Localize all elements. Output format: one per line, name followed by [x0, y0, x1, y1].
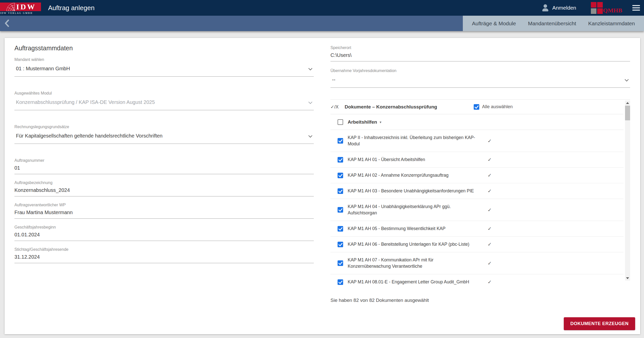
- check-x-legend: ✓/X: [330, 104, 339, 110]
- nav-tabs: Aufträge & Module Mandantenübersicht Kan…: [463, 16, 644, 31]
- document-checkbox[interactable]: [338, 279, 343, 285]
- document-row: KAP M1 AH 04 - Unabhängigkeitserklärung …: [330, 199, 624, 221]
- mandant-value: 01 : Mustermann GmbH: [14, 62, 314, 76]
- document-row: KAP M1 AH 02 - Annahme Konzernprüfungsau…: [330, 168, 624, 183]
- check-status-icon: ✓: [488, 241, 492, 247]
- geschaeftsjahresbeginn-field[interactable]: Geschäftsjahresbeginn 01.01.2024: [14, 225, 314, 241]
- section-heading: Auftragsstammdaten: [14, 44, 314, 52]
- vorjahresdokumentation-value: --: [330, 73, 630, 87]
- mandant-select[interactable]: Mandant wählen 01 : Mustermann GmbH: [14, 57, 314, 77]
- auftragsbezeichnung-field[interactable]: Auftragsbezeichnung Konzernabschluss_202…: [14, 181, 314, 196]
- group-label: Arbeitshilfen: [348, 119, 377, 125]
- qmhb-logo-word: QMHB: [603, 7, 622, 14]
- speicherort-input[interactable]: C:\Users\: [330, 50, 630, 61]
- page-title: Auftrag anlegen: [48, 4, 95, 12]
- scroll-down-icon[interactable]: [626, 277, 629, 279]
- document-checkbox[interactable]: [338, 157, 343, 163]
- document-row: KAP M1 AH 01 - Übersicht Arbeitshilfen ✓: [330, 152, 624, 168]
- documents-list-header: ✓/X Dokumente – Konzernabschlussprüfung …: [330, 100, 624, 114]
- document-row: KAP M1 AH 05 - Bestimmung Wesentlichkeit…: [330, 221, 624, 237]
- idw-logo: IDW IDW VERLAG GMBH: [0, 3, 44, 14]
- check-status-icon: ✓: [488, 207, 492, 213]
- auftragsnummer-input[interactable]: 01: [14, 163, 314, 174]
- nav-tab[interactable]: Mandantenübersicht: [528, 20, 576, 27]
- documents-list-title: Dokumente – Konzernabschlussprüfung: [345, 104, 437, 110]
- secondary-bar: Aufträge & Module Mandantenübersicht Kan…: [0, 16, 644, 31]
- geschaeftsjahresbeginn-input[interactable]: 01.01.2024: [14, 230, 314, 241]
- auftragsnummer-label: Auftragsnummer: [14, 158, 314, 163]
- documents-list: KAP II - Inhaltsverzeichnis inkl. Überle…: [330, 130, 624, 286]
- document-label: KAP M1 AH 03 - Besondere Unabhängigkeits…: [348, 188, 475, 194]
- dome-mesh-icon: [1, 3, 15, 11]
- check-status-icon: ✓: [488, 138, 492, 144]
- document-checkbox[interactable]: [338, 207, 343, 213]
- document-row: KAP M1 AH 06 - Bereitstellung Unterlagen…: [330, 237, 624, 252]
- group-checkbox[interactable]: [338, 119, 343, 125]
- document-label: KAP II - Inhaltsverzeichnis inkl. Überle…: [348, 134, 475, 147]
- scrollbar[interactable]: [625, 101, 630, 281]
- document-checkbox[interactable]: [338, 173, 343, 178]
- document-checkbox[interactable]: [338, 138, 343, 144]
- document-row: KAP M1 AH 07 - Kommunikation APr mit für…: [330, 252, 624, 274]
- speicherort-label: Speicherort: [330, 46, 630, 50]
- qmhb-squares-icon: [591, 2, 603, 14]
- modul-value: Konzernabschlussprüfung / KAP ISA-DE Ver…: [14, 96, 314, 110]
- generate-documents-button[interactable]: DOKUMENTE ERZEUGEN: [564, 317, 635, 330]
- document-row: KAP M1 AH 03 - Besondere Unabhängigkeits…: [330, 183, 624, 199]
- check-status-icon: ✓: [488, 279, 492, 285]
- check-status-icon: ✓: [488, 188, 492, 194]
- geschaeftsjahresbeginn-label: Geschäftsjahresbeginn: [14, 225, 314, 230]
- geschaeftsjahresende-field[interactable]: Stichtag/Geschäftsjahresende 31.12.2024: [14, 247, 314, 263]
- signin-button[interactable]: Anmelden: [542, 4, 576, 12]
- nav-tab[interactable]: Kanzleistammdaten: [588, 20, 635, 27]
- auftragsbezeichnung-input[interactable]: Konzernabschluss_2024: [14, 185, 314, 196]
- idw-logo-box: IDW: [0, 3, 41, 11]
- rechnungslegung-label: Rechnungslegungsgrundsätze: [14, 125, 314, 129]
- document-checkbox[interactable]: [338, 242, 343, 247]
- order-master-data-column: Auftragsstammdaten Mandant wählen 01 : M…: [14, 42, 314, 334]
- document-row: KAP M1 AH 08.01-E - Engagement Letter Gr…: [330, 274, 624, 286]
- check-status-icon: ✓: [488, 260, 492, 266]
- rechnungslegung-value: Für Kapitalgesellschaften geltende hande…: [14, 129, 314, 144]
- document-label: KAP M1 AH 02 - Annahme Konzernprüfungsau…: [348, 172, 475, 178]
- document-group-row: Arbeitshilfen ▾: [330, 114, 624, 130]
- top-app-bar: IDW IDW VERLAG GMBH Auftrag anlegen Anme…: [0, 0, 644, 16]
- order-form-card: Auftragsstammdaten Mandant wählen 01 : M…: [5, 38, 640, 334]
- document-checkbox[interactable]: [338, 188, 343, 194]
- document-label: KAP M1 AH 06 - Bereitstellung Unterlagen…: [348, 241, 475, 247]
- select-all-checkbox[interactable]: [474, 104, 479, 110]
- sort-caret-icon[interactable]: ▾: [380, 120, 381, 124]
- signin-label: Anmelden: [552, 5, 576, 11]
- speicherort-field[interactable]: Speicherort C:\Users\: [330, 46, 630, 61]
- verantwortlicher-wp-input[interactable]: Frau Martina Mustermann: [14, 207, 314, 218]
- documents-column: Speicherort C:\Users\ Übernahme Vorjahre…: [330, 42, 630, 334]
- rechnungslegung-select[interactable]: Rechnungslegungsgrundsätze Für Kapitalge…: [14, 125, 314, 144]
- auftragsbezeichnung-label: Auftragsbezeichnung: [14, 181, 314, 185]
- document-checkbox[interactable]: [338, 226, 343, 232]
- auftragsnummer-field[interactable]: Auftragsnummer 01: [14, 158, 314, 174]
- back-button[interactable]: [5, 19, 12, 27]
- selection-summary: Sie haben 82 von 82 Dokumenten ausgewähl…: [330, 298, 630, 303]
- idw-logo-subtitle: IDW VERLAG GMBH: [0, 12, 44, 14]
- document-checkbox[interactable]: [338, 260, 343, 266]
- document-label: KAP M1 AH 05 - Bestimmung Wesentlichkeit…: [348, 226, 475, 232]
- modul-label: Ausgewähltes Modul: [14, 91, 314, 96]
- check-status-icon: ✓: [488, 157, 492, 163]
- idw-logo-word: IDW: [16, 3, 36, 11]
- geschaeftsjahresende-label: Stichtag/Geschäftsjahresende: [14, 247, 314, 252]
- scroll-thumb[interactable]: [625, 106, 630, 120]
- verantwortlicher-wp-label: Auftragsverantwortlicher WP: [14, 203, 314, 207]
- geschaeftsjahresende-input[interactable]: 31.12.2024: [14, 252, 314, 263]
- nav-tab[interactable]: Aufträge & Module: [472, 20, 516, 27]
- vorjahresdokumentation-select[interactable]: Übernahme Vorjahresdokumentation --: [330, 69, 630, 88]
- person-icon: [542, 4, 549, 12]
- scroll-up-icon[interactable]: [626, 102, 629, 104]
- qmhb-logo: QMHB: [591, 2, 622, 14]
- verantwortlicher-wp-field[interactable]: Auftragsverantwortlicher WP Frau Martina…: [14, 203, 314, 219]
- select-all-control[interactable]: Alle auswählen: [474, 104, 513, 110]
- chevron-left-icon: [5, 19, 9, 27]
- document-label: KAP M1 AH 01 - Übersicht Arbeitshilfen: [348, 156, 475, 163]
- vorjahresdokumentation-label: Übernahme Vorjahresdokumentation: [330, 69, 630, 73]
- hamburger-menu-icon[interactable]: [632, 4, 640, 12]
- page-body: Auftragsstammdaten Mandant wählen 01 : M…: [0, 31, 644, 338]
